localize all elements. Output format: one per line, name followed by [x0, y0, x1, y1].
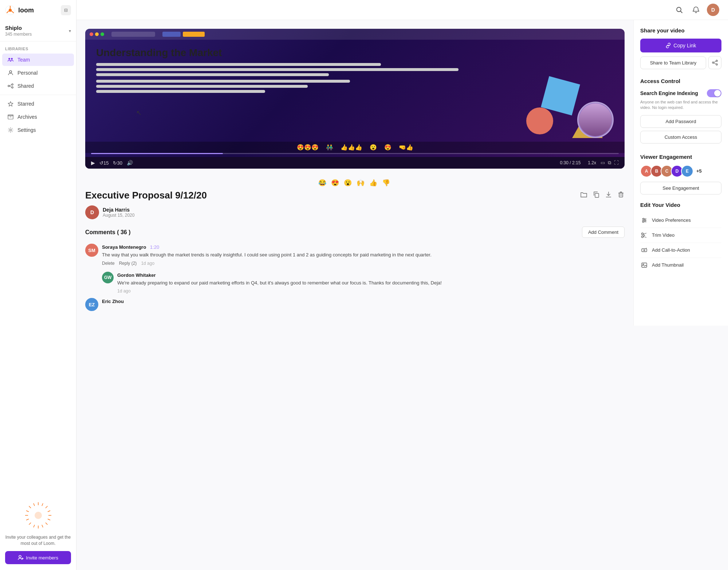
comment-next-author: Eric Zhou [102, 299, 124, 304]
collapse-sidebar-button[interactable]: ⊟ [61, 5, 71, 15]
slide-text-line-3 [96, 90, 265, 93]
folder-icon[interactable] [580, 191, 587, 200]
workspace-members: 345 members [5, 32, 32, 37]
user-avatar[interactable]: D [707, 4, 719, 16]
engagement-avatar-5: E [681, 165, 693, 177]
slide-line-3 [96, 73, 329, 76]
toggle-knob [714, 90, 721, 97]
svg-line-30 [26, 519, 29, 520]
shared-icon [7, 83, 14, 89]
sidebar-item-shared-label: Shared [17, 83, 34, 89]
svg-marker-10 [8, 102, 13, 106]
video-title-row: Executive Proposal 9/12/20 [85, 190, 625, 201]
video-slide: Understanding the Market [85, 40, 625, 142]
dot-yellow [95, 32, 99, 36]
workspace-selector[interactable]: Shiplo 345 members ▾ [5, 25, 71, 37]
slide-text-line-1 [96, 80, 350, 83]
reply-1-text: We're already preparing to expand our pa… [117, 279, 625, 287]
viewer-engagement-section: Viewer Engagement A B C D E +5 See Engag… [640, 154, 721, 194]
rectangle-view-icon[interactable]: ▭ [601, 160, 605, 166]
add-password-button[interactable]: Add Password [640, 115, 721, 128]
svg-line-58 [643, 235, 645, 236]
svg-point-53 [642, 233, 644, 235]
share-to-library-button[interactable]: Share to Team Library [640, 56, 706, 69]
video-reactions-top: 😍😍😍 👬 👍👍👍 😮 😍 🤜👍 [85, 142, 625, 153]
invite-members-button[interactable]: Invite members [5, 551, 71, 564]
fullscreen-icon[interactable]: ⛶ [614, 160, 619, 166]
pip-icon[interactable]: ⧉ [608, 160, 611, 166]
search-icon [676, 6, 683, 13]
dot-red [90, 32, 93, 36]
playback-speed[interactable]: 1.2x [588, 160, 596, 165]
comment-1-author: Soraya Montenegro [102, 244, 146, 250]
search-button[interactable] [673, 4, 685, 16]
video-preferences-item[interactable]: Video Preferences [640, 213, 721, 228]
add-cta-label: Add Call-to-Action [652, 247, 690, 253]
add-comment-button[interactable]: Add Comment [582, 227, 625, 238]
copy-link-button[interactable]: Copy Link [640, 39, 721, 52]
svg-rect-2 [8, 58, 10, 60]
video-action-icons [580, 191, 625, 200]
svg-line-9 [9, 86, 12, 87]
rewind-button[interactable]: ↺15 [99, 160, 109, 166]
reply-button[interactable]: Reply (2) [119, 261, 137, 266]
play-button[interactable]: ▶ [91, 160, 95, 166]
forward-button[interactable]: ↻30 [113, 160, 122, 166]
svg-line-55 [643, 233, 646, 234]
copy-icon[interactable] [593, 191, 600, 200]
add-thumbnail-item[interactable]: Add Thumbnail [640, 258, 721, 272]
sidebar-item-starred[interactable]: Starred [2, 98, 74, 110]
share-section: Share your video Copy Link Share to Team… [640, 27, 721, 69]
svg-line-28 [48, 519, 50, 520]
search-indexing-row: Search Engine Indexing [640, 89, 721, 97]
reaction-people-group: 👬 [326, 144, 333, 151]
engagement-extra-count: +5 [696, 168, 702, 174]
reaction-thumbs-group: 👍👍👍 [341, 144, 362, 151]
invite-icon [18, 555, 24, 561]
reply-1-time: 1d ago [117, 288, 131, 294]
bottom-emojis: 😂 😍 😮 🙌 👍 👎 [85, 176, 625, 190]
total-time-value: 2:15 [572, 160, 581, 165]
presenter-circle [577, 102, 614, 138]
author-date: August 15, 2020 [103, 213, 134, 218]
delete-comment-button[interactable]: Delete [102, 261, 115, 266]
sidebar: loom ⊟ Shiplo 345 members ▾ Libraries Te… [0, 0, 76, 570]
right-panel: Share your video Copy Link Share to Team… [633, 20, 728, 326]
workspace-chevron-icon: ▾ [69, 28, 71, 34]
slide-text-block [96, 80, 519, 95]
delete-icon[interactable] [617, 191, 625, 200]
comment-1-timestamp[interactable]: 1:20 [150, 244, 159, 250]
invite-text: Invite your colleagues and get the most … [5, 534, 71, 547]
settings-icon [7, 127, 14, 133]
sidebar-item-shared[interactable]: Shared [2, 80, 74, 92]
reply-1-body: Gordon Whitaker We're already preparing … [117, 272, 625, 294]
add-cta-item[interactable]: Add Call-to-Action [640, 243, 721, 258]
libraries-section-label: Libraries [0, 42, 76, 53]
download-icon[interactable] [605, 191, 612, 200]
custom-access-button[interactable]: Custom Access [640, 131, 721, 144]
workspace-name: Shiplo [5, 25, 32, 31]
see-engagement-button[interactable]: See Engagement [640, 182, 721, 194]
comment-1-body: Soraya Montenegro 1:20 The way that you … [102, 244, 625, 266]
browser-action-1 [162, 32, 181, 37]
personal-icon [7, 70, 14, 76]
svg-point-4 [9, 71, 12, 73]
search-indexing-toggle[interactable] [707, 89, 721, 97]
sidebar-item-team[interactable]: Team [2, 54, 74, 66]
sidebar-item-settings-label: Settings [17, 127, 36, 133]
edit-video-title: Edit Your Video [640, 202, 721, 208]
share-external-icon-button[interactable] [708, 56, 721, 69]
comment-1-time: 1d ago [141, 261, 154, 266]
trim-video-item[interactable]: Trim Video [640, 228, 721, 243]
progress-bar-area[interactable] [85, 153, 625, 157]
volume-button[interactable]: 🔊 [127, 160, 133, 166]
svg-rect-39 [619, 193, 623, 197]
logo-area: loom ⊟ [0, 0, 76, 19]
sidebar-item-archives[interactable]: Archives [2, 111, 74, 123]
notifications-button[interactable] [690, 4, 702, 16]
engagement-avatars-row: A B C D E +5 [640, 165, 721, 177]
comment-1: SM Soraya Montenegro 1:20 The way that y… [85, 244, 625, 266]
sidebar-item-personal[interactable]: Personal [2, 67, 74, 79]
sidebar-item-settings[interactable]: Settings [2, 124, 74, 136]
reaction-smiling-group: 😍 [384, 144, 391, 151]
